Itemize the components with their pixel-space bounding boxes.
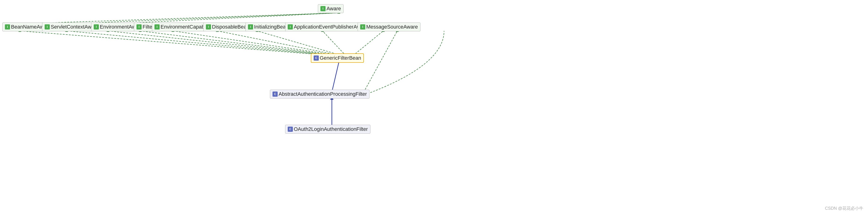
svg-line-12 xyxy=(173,31,340,56)
sca-icon: I xyxy=(44,24,50,29)
aaf-icon: C xyxy=(273,91,278,97)
olf-icon: C xyxy=(288,127,293,132)
diagram-container: I Aware I BeanNameAware I ServletContext… xyxy=(0,0,868,213)
node-generic-filter-bean[interactable]: C GenericFilterBean xyxy=(311,53,364,63)
ib-icon: I xyxy=(248,24,253,29)
gfb-icon: C xyxy=(314,55,319,61)
aepa-label: ApplicationEventPublisherAware xyxy=(294,24,368,30)
svg-line-4 xyxy=(20,31,334,56)
node-message-source-aware[interactable]: I MessageSourceAware xyxy=(358,23,421,31)
svg-line-22 xyxy=(332,62,339,92)
svg-line-20 xyxy=(353,31,383,56)
msa-label: MessageSourceAware xyxy=(366,24,418,30)
svg-line-0 xyxy=(19,13,339,24)
bna-icon: I xyxy=(5,24,10,29)
svg-line-1 xyxy=(65,13,339,24)
node-environment-capable[interactable]: I EnvironmentCapable xyxy=(152,23,211,31)
arrows-svg xyxy=(0,0,868,213)
ea-icon: I xyxy=(94,24,99,29)
svg-line-6 xyxy=(67,31,335,56)
aepa-icon: I xyxy=(288,24,293,29)
watermark: CSDN @花花必小牛 xyxy=(825,206,863,211)
db-label: DisposableBean xyxy=(212,24,249,30)
node-disposable-bean[interactable]: I DisposableBean xyxy=(203,23,252,31)
svg-line-18 xyxy=(322,31,346,56)
aware-icon: I xyxy=(320,6,326,11)
svg-line-2 xyxy=(112,13,339,24)
svg-line-10 xyxy=(140,31,338,56)
aware-label: Aware xyxy=(327,6,341,12)
svg-line-16 xyxy=(257,31,342,56)
msa-icon: I xyxy=(360,24,365,29)
ec-label: EnvironmentCapable xyxy=(160,24,209,30)
ec-icon: I xyxy=(154,24,160,29)
svg-line-24 xyxy=(362,31,397,95)
svg-line-14 xyxy=(217,31,341,56)
node-abstract-auth-filter[interactable]: C AbstractAuthenticationProcessingFilter xyxy=(270,90,370,99)
ib-label: InitializingBean xyxy=(254,24,289,30)
filter-icon: I xyxy=(136,24,142,29)
db-icon: I xyxy=(206,24,211,29)
aaf-label: AbstractAuthenticationProcessingFilter xyxy=(279,91,367,97)
gfb-label: GenericFilterBean xyxy=(320,55,361,61)
svg-line-8 xyxy=(108,31,337,56)
olf-label: OAuth2LoginAuthenticationFilter xyxy=(294,126,368,132)
node-aware[interactable]: I Aware xyxy=(318,4,344,13)
node-initializing-bean[interactable]: I InitializingBean xyxy=(245,23,291,31)
node-oauth2-login-filter[interactable]: C OAuth2LoginAuthenticationFilter xyxy=(285,125,370,134)
